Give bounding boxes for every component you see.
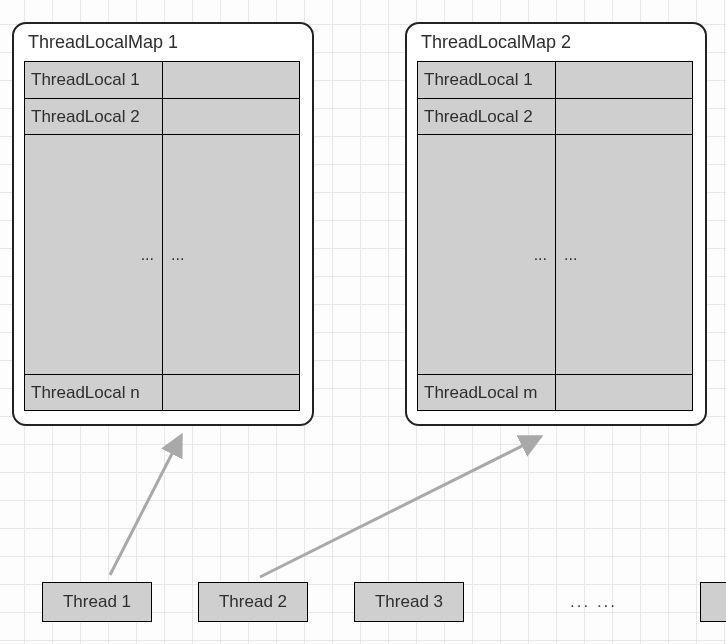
arrow-thread1-to-map1 <box>110 438 180 575</box>
cell-key: ThreadLocal n <box>25 375 163 410</box>
cell-val-ellipsis: ... <box>163 135 299 374</box>
table-row: ThreadLocal m <box>418 374 692 410</box>
thread-label: Thread 3 <box>375 592 443 612</box>
table-row: ThreadLocal 2 <box>25 98 299 134</box>
cell-key: ThreadLocal 2 <box>418 99 556 134</box>
cell-val <box>163 99 299 134</box>
thread-label: Thread 2 <box>219 592 287 612</box>
thread-more-box-edge <box>700 582 726 622</box>
thread-1-box: Thread 1 <box>42 582 152 622</box>
table-row: ThreadLocal n <box>25 374 299 410</box>
map2-title: ThreadLocalMap 2 <box>421 32 695 53</box>
table-row: ThreadLocal 1 <box>418 62 692 98</box>
table-row-ellipsis: ... ... <box>25 134 299 374</box>
cell-val <box>163 62 299 98</box>
table-row-ellipsis: ... ... <box>418 134 692 374</box>
cell-key: ThreadLocal 2 <box>25 99 163 134</box>
cell-val <box>163 375 299 410</box>
cell-key-ellipsis: ... <box>418 135 556 374</box>
arrow-thread2-to-map2 <box>260 438 538 577</box>
map1-title: ThreadLocalMap 1 <box>28 32 302 53</box>
map1-table: ThreadLocal 1 ThreadLocal 2 ... ... Thre… <box>24 61 300 411</box>
thread-2-box: Thread 2 <box>198 582 308 622</box>
map2-table: ThreadLocal 1 ThreadLocal 2 ... ... Thre… <box>417 61 693 411</box>
table-row: ThreadLocal 1 <box>25 62 299 98</box>
threadlocalmap-1: ThreadLocalMap 1 ThreadLocal 1 ThreadLoc… <box>12 22 314 426</box>
diagram-canvas: ThreadLocalMap 1 ThreadLocal 1 ThreadLoc… <box>0 0 726 644</box>
cell-key: ThreadLocal m <box>418 375 556 410</box>
cell-key: ThreadLocal 1 <box>25 62 163 98</box>
cell-val <box>556 375 692 410</box>
thread-label: Thread 1 <box>63 592 131 612</box>
table-row: ThreadLocal 2 <box>418 98 692 134</box>
thread-3-box: Thread 3 <box>354 582 464 622</box>
cell-key: ThreadLocal 1 <box>418 62 556 98</box>
cell-val <box>556 99 692 134</box>
cell-val <box>556 62 692 98</box>
threads-more-dots: ... ... <box>570 592 617 612</box>
cell-val-ellipsis: ... <box>556 135 692 374</box>
cell-key-ellipsis: ... <box>25 135 163 374</box>
threadlocalmap-2: ThreadLocalMap 2 ThreadLocal 1 ThreadLoc… <box>405 22 707 426</box>
